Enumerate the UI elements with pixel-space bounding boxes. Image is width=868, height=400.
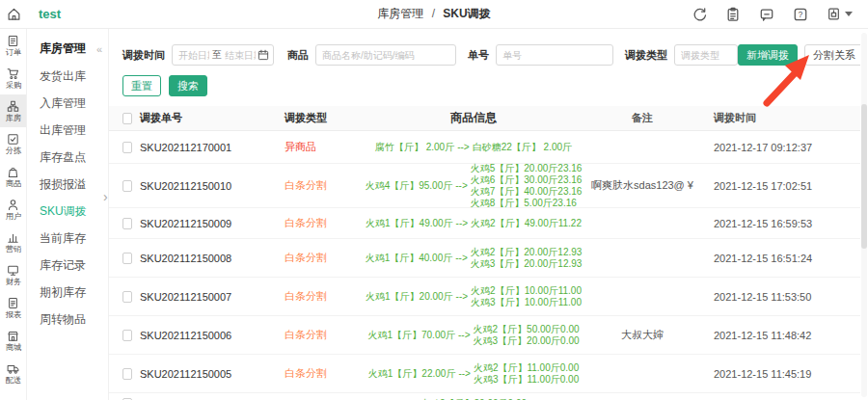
rail-item-finance[interactable]: 财务 (0, 258, 26, 291)
sidebar-item-turnover-items[interactable]: 周转物品 (40, 306, 108, 333)
row-checkbox[interactable] (122, 291, 132, 303)
transfer-time: 2021-12-17 09:12:37 (700, 142, 860, 153)
product-info: 火鸡1【斤】20.00斤--> 火鸡2【斤】10.00斤11.00 火鸡3【斤】… (366, 285, 581, 308)
product-search-input[interactable] (315, 44, 456, 66)
date-to-label: 至 (212, 48, 222, 62)
remark: 大叔大婶 (584, 328, 700, 342)
reset-button[interactable]: 重置 (122, 75, 161, 96)
col-header-remark: 备注 (584, 111, 700, 125)
product-info: 腐竹【斤】 2.00斤--> 白砂糖22【斤】 2.00斤 (366, 141, 581, 154)
rail-item-delivery[interactable]: 配送 (0, 357, 26, 389)
scrollbar-thumb[interactable] (861, 104, 867, 249)
rail-item-users[interactable]: 用户 (0, 193, 26, 226)
order-no: SKU202112170001 (136, 142, 281, 153)
rail-item-purchase[interactable]: 采购 (0, 62, 26, 94)
arrow-glyph: --> (455, 180, 468, 191)
arrow-glyph: --> (458, 330, 471, 340)
sidebar-item-shipping-out[interactable]: 发货出库 (40, 63, 108, 90)
order-no-input[interactable] (496, 44, 613, 66)
split-relation-button[interactable]: 分割关系 (804, 44, 860, 66)
product-filter-label: 商品 (287, 48, 309, 63)
select-all-checkbox[interactable] (122, 113, 132, 124)
icon-rail: 订单 采购 库房 分拣 商品 用户 营销 财务 (0, 29, 27, 400)
sidebar-item-opening-stock[interactable]: 期初库存 (40, 279, 108, 306)
search-button[interactable]: 搜索 (169, 75, 207, 96)
transfer-table: 调拨单号 调拨类型 商品信息 备注 调拨时间 SKU202112170001 异… (109, 106, 860, 400)
storefront-icon (7, 330, 19, 342)
remark: 啊爽肤水sdas123@ ¥ (584, 178, 700, 193)
transfer-time: 2021-12-15 11:45:19 (700, 368, 860, 380)
sidebar-item-inbound[interactable]: 入库管理 (40, 90, 108, 117)
transfer-time: 2021-12-15 17:02:51 (700, 180, 860, 192)
transfer-type-input[interactable] (674, 44, 738, 66)
sidebar-collapse-icon[interactable]: « (96, 43, 102, 55)
transfer-time: 2021-12-15 16:51:24 (700, 253, 860, 264)
product-info: 火鸡1【斤】22.00斤--> 火鸡2【斤】11.00斤0.00 火鸡3【斤】1… (366, 362, 581, 386)
arrow-glyph: --> (456, 291, 469, 302)
search-row: 重置 搜索 (122, 75, 860, 96)
breadcrumb-current: SKU调拨 (443, 7, 490, 20)
rail-item-marketing[interactable]: 营销 (0, 226, 26, 258)
table-row: SKU202112150010 白条分割 火鸡4【斤】95.00斤--> 火鸡5… (109, 164, 860, 208)
rail-item-reports[interactable]: 报表 (0, 291, 26, 324)
order-no: SKU202112150009 (136, 218, 281, 229)
refresh-icon[interactable] (692, 7, 707, 22)
sidebar-warehouse: 库房管理 « 发货出库 入库管理 出库管理 库存盘点 报损报溢 SKU调拨 当前… (27, 29, 109, 400)
start-date-input[interactable] (176, 46, 211, 64)
sidebar-item-sku-transfer[interactable]: SKU调拨 (40, 198, 108, 225)
product-info: 火鸡1【斤】49.00斤--> 火鸡2【斤】49.00斤11.22 (366, 217, 581, 230)
user-icon (7, 199, 19, 211)
breadcrumb: 库房管理 / SKU调拨 (377, 6, 490, 22)
table-row: SKU202112150008 白条分割 火鸡1【斤】40.00斤--> 火鸡2… (109, 239, 860, 278)
breadcrumb-parent[interactable]: 库房管理 (377, 7, 423, 20)
help-icon[interactable]: ? (793, 7, 808, 22)
warehouse-icon (7, 100, 19, 113)
sidebar-item-outbound[interactable]: 出库管理 (40, 117, 108, 144)
page-title: test (39, 7, 61, 21)
home-icon[interactable] (0, 7, 27, 21)
row-checkbox[interactable] (122, 180, 132, 192)
col-header-product-info: 商品信息 (363, 110, 584, 126)
rail-item-orders[interactable]: 订单 (0, 29, 26, 62)
cart-icon (7, 67, 19, 80)
calendar-icon (258, 49, 269, 61)
row-checkbox[interactable] (122, 330, 132, 341)
clipboard-icon[interactable] (725, 7, 741, 22)
message-icon[interactable] (759, 7, 774, 22)
transfer-time: 2021-12-15 11:53:50 (700, 291, 860, 303)
time-filter-label: 调拨时间 (122, 48, 165, 63)
row-checkbox[interactable] (122, 368, 132, 380)
order-no: SKU202112150007 (136, 291, 281, 303)
topbar: test 库房管理 / SKU调拨 ? (0, 0, 868, 29)
sidebar-expand-handle[interactable]: › (103, 189, 108, 204)
rail-item-mall[interactable]: 商城 (0, 324, 26, 357)
add-transfer-button[interactable]: 新增调拨 (738, 44, 798, 66)
sidebar-item-stock-records[interactable]: 库存记录 (40, 252, 108, 279)
date-range-input[interactable]: 至 (172, 44, 274, 66)
monitor-icon (7, 264, 19, 277)
table-row: SKU202112170001 异商品 腐竹【斤】 2.00斤--> 白砂糖22… (109, 131, 860, 164)
breadcrumb-separator: / (432, 7, 435, 20)
row-checkbox[interactable] (122, 253, 132, 264)
arrow-glyph: --> (456, 218, 469, 228)
rail-item-goods[interactable]: 商品 (0, 160, 26, 193)
transfer-time: 2021-12-15 16:59:53 (700, 218, 860, 229)
sidebar-item-current-stock[interactable]: 当前库存 (40, 225, 108, 252)
table-row: SKU202112150007 白条分割 火鸡1【斤】20.00斤--> 火鸡2… (109, 278, 860, 316)
sidebar-item-stock-check[interactable]: 库存盘点 (40, 144, 108, 171)
transfer-type: 白条分割 (281, 178, 363, 193)
row-checkbox[interactable] (122, 218, 132, 229)
sidebar-item-loss-overflow[interactable]: 报损报溢 (40, 171, 108, 198)
arrow-glyph: --> (455, 253, 468, 263)
order-no: SKU202112150010 (136, 180, 281, 192)
rail-item-warehouse[interactable]: 库房 (0, 94, 26, 127)
transfer-type: 白条分割 (281, 366, 363, 381)
row-checkbox[interactable] (122, 142, 132, 153)
rail-item-sorting[interactable]: 分拣 (0, 127, 26, 160)
sku-transfer-page: test 库房管理 / SKU调拨 ? (0, 0, 868, 400)
order-no: SKU202112150005 (136, 368, 281, 380)
sidebar-title: 库房管理 (40, 40, 86, 57)
account-menu[interactable] (827, 7, 853, 21)
transfer-type: 白条分割 (281, 216, 363, 230)
end-date-input[interactable] (223, 46, 258, 64)
